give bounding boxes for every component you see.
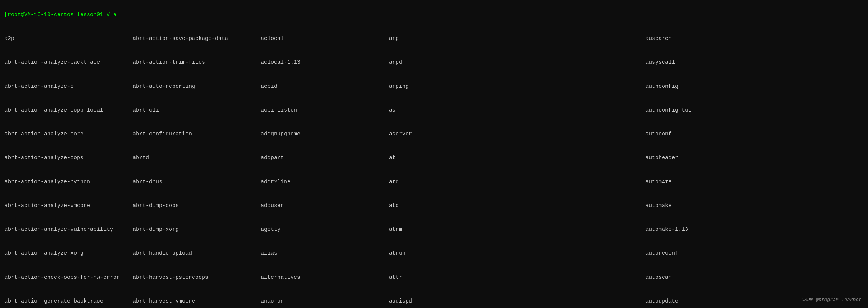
prompt-a: [root@VM-16-10-centos lesson01]# a bbox=[4, 12, 116, 18]
col5-empty bbox=[517, 19, 645, 305]
watermark: CSDN @program-learner bbox=[801, 297, 861, 304]
a-command-output: a2p abrt-action-analyze-backtrace abrt-a… bbox=[4, 19, 864, 305]
col4: arp arpd arping as aserver at atd atq at… bbox=[389, 19, 517, 305]
col3: aclocal aclocal-1.13 acpid acpi_listen a… bbox=[261, 19, 389, 305]
col1: a2p abrt-action-analyze-backtrace abrt-a… bbox=[4, 19, 133, 305]
col2: abrt-action-save-package-data abrt-actio… bbox=[133, 19, 261, 305]
terminal-window: [root@VM-16-10-centos lesson01]# a a2p a… bbox=[4, 3, 864, 305]
col6: ausearch ausyscall authconfig authconfig… bbox=[645, 19, 864, 305]
